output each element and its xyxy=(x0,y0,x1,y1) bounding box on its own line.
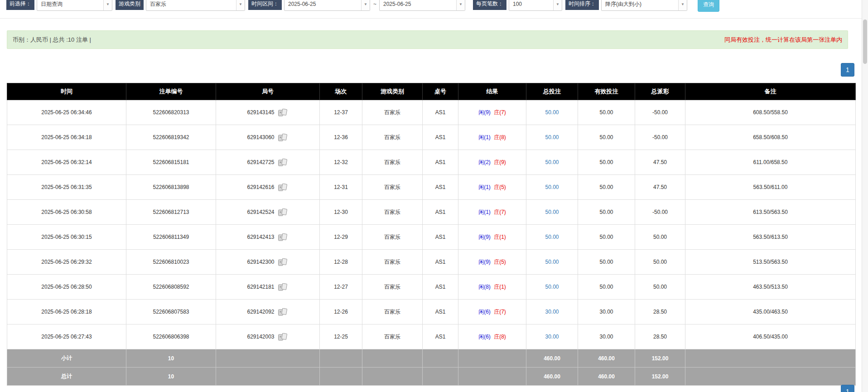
valid-bet-cell: 50.00 xyxy=(578,100,635,125)
cards-icon[interactable] xyxy=(278,134,289,141)
banker-result: 庄(9) xyxy=(494,159,506,165)
cards-icon[interactable] xyxy=(278,308,289,316)
remark-cell: 463.50/513.50 xyxy=(685,275,856,300)
player-result: 闲(1) xyxy=(478,184,491,190)
filter-label-select: 前选择： xyxy=(6,0,34,10)
cards-icon[interactable] xyxy=(278,184,289,191)
remark-cell: 658.50/608.50 xyxy=(685,125,856,150)
header-game-type: 游戏类别 xyxy=(362,83,423,100)
sort-value: 降序(由大到小) xyxy=(605,0,641,8)
game-type-cell: 百家乐 xyxy=(362,200,423,225)
game-type-select[interactable]: 百家乐 ▼ xyxy=(146,0,245,11)
header-round-id: 局号 xyxy=(216,83,320,100)
cards-icon[interactable] xyxy=(278,233,289,241)
result-cell: 闲(6) 庄(7) xyxy=(458,300,526,324)
bet-id-cell: 522606806398 xyxy=(126,324,216,349)
total-bet-link[interactable]: 50.00 xyxy=(545,259,559,265)
round-id-cell: 629142300 xyxy=(216,250,320,275)
table-no-cell: AS1 xyxy=(423,275,458,300)
table-body: 2025-06-25 06:34:46 522606820313 6291431… xyxy=(7,100,856,349)
search-button[interactable]: 查询 xyxy=(698,0,719,12)
time-cell: 2025-06-25 06:28:50 xyxy=(7,275,126,300)
filter-bar: 前选择： 日期查询 ▼ 游戏类别 百家乐 ▼ 时间区间： 2025-06-25 … xyxy=(0,0,862,19)
valid-bet-cell: 30.00 xyxy=(578,324,635,349)
chevron-down-icon: ▼ xyxy=(236,0,245,10)
game-type-cell: 百家乐 xyxy=(362,324,423,349)
total-bet-link[interactable]: 50.00 xyxy=(545,184,559,190)
player-result: 闲(8) xyxy=(478,284,491,290)
table-row: 2025-06-25 06:28:18 522606807583 6291420… xyxy=(7,300,856,324)
round-id-cell: 629142181 xyxy=(216,275,320,300)
filter-label-pagesize: 每页笔数： xyxy=(473,0,506,10)
payout-cell: -50.00 xyxy=(635,125,685,150)
round-id-cell: 629142524 xyxy=(216,200,320,225)
banker-result: 庄(8) xyxy=(494,134,506,140)
total-bet-cell: 30.00 xyxy=(526,300,578,324)
subtotal-payout: 152.00 xyxy=(635,349,685,368)
payout-cell: 47.50 xyxy=(635,150,685,175)
total-bet-link[interactable]: 50.00 xyxy=(545,284,559,290)
header-table-no: 桌号 xyxy=(423,83,458,100)
game-type-cell: 百家乐 xyxy=(362,250,423,275)
pagination-page-1-top[interactable]: 1 xyxy=(841,63,854,77)
round-id-value: 629142725 xyxy=(247,159,274,165)
remark-cell: 563.50/613.50 xyxy=(685,225,856,250)
chevron-down-icon: ▼ xyxy=(678,0,687,10)
total-bet-link[interactable]: 30.00 xyxy=(545,309,559,315)
payout-cell: 50.00 xyxy=(635,275,685,300)
subtotal-label: 小计 xyxy=(7,349,126,368)
total-bet-cell: 30.00 xyxy=(526,324,578,349)
table-no-cell: AS1 xyxy=(423,100,458,125)
date-from-select[interactable]: 2025-06-25 ▼ xyxy=(284,0,370,11)
remark-cell: 608.50/558.50 xyxy=(685,100,856,125)
session-cell: 12-27 xyxy=(320,275,362,300)
cards-icon[interactable] xyxy=(278,208,289,216)
table-no-cell: AS1 xyxy=(423,200,458,225)
table-no-cell: AS1 xyxy=(423,250,458,275)
banker-result: 庄(8) xyxy=(494,334,506,340)
round-id-value: 629142003 xyxy=(247,334,274,340)
sort-select[interactable]: 降序(由大到小) ▼ xyxy=(601,0,687,11)
total-count: 10 xyxy=(126,368,216,386)
query-type-select[interactable]: 日期查询 ▼ xyxy=(37,0,112,11)
total-bet-cell: 50.00 xyxy=(526,150,578,175)
chevron-down-icon: ▼ xyxy=(361,0,370,10)
cards-icon[interactable] xyxy=(278,333,289,341)
player-result: 闲(9) xyxy=(478,109,491,116)
total-bet-link[interactable]: 50.00 xyxy=(545,209,559,215)
cards-icon[interactable] xyxy=(278,109,289,116)
total-bet-cell: 50.00 xyxy=(526,175,578,200)
bets-table-container: 时间 注单编号 局号 场次 游戏类别 桌号 结果 总投注 有效投注 总派彩 备注… xyxy=(7,83,856,386)
round-id-value: 629142413 xyxy=(247,234,274,240)
scrollbar[interactable] xyxy=(862,0,868,392)
player-result: 闲(1) xyxy=(478,134,491,140)
total-bet-link[interactable]: 50.00 xyxy=(545,134,559,140)
payout-cell: 28.50 xyxy=(635,300,685,324)
result-cell: 闲(1) 庄(7) xyxy=(458,200,526,225)
table-no-cell: AS1 xyxy=(423,225,458,250)
table-row: 2025-06-25 06:34:18 522606819342 6291430… xyxy=(7,125,856,150)
pagesize-select[interactable]: 100 ▼ xyxy=(509,0,562,11)
game-type-cell: 百家乐 xyxy=(362,150,423,175)
table-row: 2025-06-25 06:30:15 522606811349 6291424… xyxy=(7,225,856,250)
date-from-value: 2025-06-25 xyxy=(288,1,316,7)
cards-icon[interactable] xyxy=(278,159,289,166)
payout-cell: 47.50 xyxy=(635,175,685,200)
result-cell: 闲(8) 庄(1) xyxy=(458,275,526,300)
banker-result: 庄(7) xyxy=(494,109,506,116)
total-bet-link[interactable]: 50.00 xyxy=(545,159,559,165)
header-time: 时间 xyxy=(7,83,126,100)
cards-icon[interactable] xyxy=(278,258,289,266)
session-cell: 12-32 xyxy=(320,150,362,175)
pagination-page-1-bottom[interactable]: 1 xyxy=(841,385,854,392)
date-to-select[interactable]: 2025-06-25 ▼ xyxy=(379,0,465,11)
result-cell: 闲(9) 庄(7) xyxy=(458,100,526,125)
total-bet-link[interactable]: 50.00 xyxy=(545,109,559,116)
remark-cell: 611.00/658.50 xyxy=(685,150,856,175)
total-bet-link[interactable]: 50.00 xyxy=(545,234,559,240)
total-bet-link[interactable]: 30.00 xyxy=(545,334,559,340)
scrollbar-thumb[interactable] xyxy=(863,19,867,64)
cards-icon[interactable] xyxy=(278,283,289,291)
session-cell: 12-37 xyxy=(320,100,362,125)
result-cell: 闲(2) 庄(9) xyxy=(458,150,526,175)
